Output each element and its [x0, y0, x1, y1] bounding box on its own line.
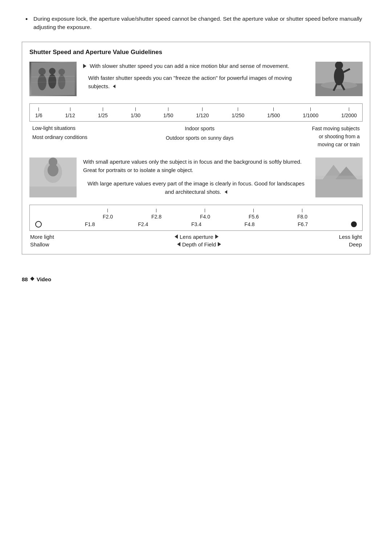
speed-label: 1/120 — [196, 113, 209, 118]
speed-tick-1-30: 1/30 — [131, 107, 140, 118]
shutter-fast-text: With faster shutter speeds you can "free… — [88, 75, 292, 89]
aperture-top-row: F2.0 F2.8 F4.0 F5.6 F8.0 — [35, 209, 357, 220]
speed-label: 1/500 — [267, 113, 280, 118]
more-light-label: More light — [30, 234, 54, 240]
aperture-text: With small aperture values only the subj… — [83, 158, 309, 196]
speed-tick-1-1000: 1/1000 — [303, 107, 318, 118]
tri-left-icon — [113, 85, 115, 88]
f-label: F5.6 — [249, 214, 259, 220]
speed-tick-1-250: 1/250 — [232, 107, 244, 118]
annot-right-col: Fast moving subjectsor shooting from amo… — [312, 124, 360, 149]
lens-aperture-label: Lens aperture — [175, 234, 219, 240]
speed-label: 1/2000 — [341, 113, 357, 118]
f-label: F8.0 — [297, 214, 307, 220]
speed-label: 1/6 — [35, 113, 42, 118]
speed-label: 1/1000 — [303, 113, 318, 118]
speed-tick-1-50: 1/50 — [163, 107, 173, 118]
shutter-fast-image — [315, 62, 363, 96]
speed-tick-1-500: 1/500 — [267, 107, 280, 118]
svg-point-4 — [49, 68, 56, 74]
annot-indoor: Indoor sports — [166, 124, 234, 132]
speed-scale-box: 1/6 1/12 1/25 1/30 1/50 1/120 — [29, 103, 363, 122]
circle-filled-icon — [351, 221, 357, 227]
page-footer: 88 Video — [22, 276, 370, 282]
f-label-4-8: F4.8 — [245, 221, 255, 227]
annot-outdoor: Outdoor sports on sunny days — [166, 134, 234, 142]
f-label: F4.0 — [200, 214, 210, 220]
tri-left-icon-2 — [225, 190, 227, 194]
speed-label: 1/25 — [98, 113, 108, 118]
f-label-6-7: F6.7 — [298, 221, 308, 227]
speed-tick-1-25: 1/25 — [98, 107, 108, 118]
speed-scale-row: 1/6 1/12 1/25 1/30 1/50 1/120 — [35, 107, 357, 118]
tri-left-icon-dof — [177, 242, 180, 246]
aperture-large-image — [315, 158, 363, 197]
light-labels-row: More light Lens aperture Less light — [29, 234, 363, 240]
depth-of-field-label: Depth of Field — [177, 241, 221, 248]
f-tick-8-0: F8.0 — [297, 209, 307, 220]
bullet-text: During exposure lock, the aperture value… — [25, 15, 370, 32]
shutter-text: With slower shutter speed you can add a … — [83, 62, 309, 91]
less-light-label: Less light — [339, 234, 362, 240]
svg-point-13 — [335, 62, 343, 69]
aperture-section: With small aperture values only the subj… — [29, 158, 363, 197]
f-label-1-8: F1.8 — [85, 221, 95, 227]
svg-rect-22 — [29, 187, 77, 197]
annot-left-col: Low-light situations Most ordinary condi… — [32, 124, 87, 149]
annot-center-col: Indoor sports Outdoor sports on sunny da… — [166, 124, 234, 149]
svg-rect-28 — [315, 176, 363, 179]
aperture-large-text: With large aperture values every part of… — [87, 180, 305, 195]
f-label-2-4: F2.4 — [138, 221, 148, 227]
f-tick-4-0: F4.0 — [200, 209, 210, 220]
guidelines-box: Shutter Speed and Aperture Value Guideli… — [22, 42, 370, 254]
annot-most-ordinary: Most ordinary conditions — [32, 134, 87, 141]
circle-open-icon — [35, 221, 42, 228]
speed-tick-1-12: 1/12 — [65, 107, 75, 118]
svg-point-3 — [48, 74, 56, 89]
lens-aperture-text: Lens aperture — [180, 234, 213, 240]
aperture-small-image — [29, 158, 77, 197]
shutter-section: With slower shutter speed you can add a … — [29, 62, 363, 96]
aperture-scale-box: F2.0 F2.8 F4.0 F5.6 F8.0 F1.8 F2. — [29, 205, 363, 231]
diamond-icon — [30, 277, 34, 281]
annot-fast-moving: Fast moving subjectsor shooting from amo… — [312, 126, 360, 148]
svg-point-12 — [334, 67, 344, 85]
shutter-slow-image — [29, 62, 77, 96]
shallow-label: Shallow — [30, 241, 49, 248]
deep-label: Deep — [349, 241, 362, 248]
dof-labels-row: Shallow Depth of Field Deep — [29, 241, 363, 248]
speed-annotations: Low-light situations Most ordinary condi… — [29, 124, 363, 149]
f-label: F2.0 — [103, 214, 113, 220]
tri-right-icon-dof — [218, 242, 221, 246]
aperture-bottom-row: F1.8 F2.4 F3.4 F4.8 F6.7 — [35, 221, 357, 228]
svg-point-2 — [38, 68, 46, 75]
section-label: Video — [37, 276, 52, 282]
svg-point-6 — [58, 69, 65, 75]
f-label: F2.8 — [151, 214, 162, 220]
annot-low-light: Low-light situations — [32, 124, 87, 132]
speed-label: 1/12 — [65, 113, 75, 118]
intro-bullet: During exposure lock, the aperture value… — [22, 15, 370, 32]
f-tick-2-8: F2.8 — [151, 209, 162, 220]
depth-of-field-text: Depth of Field — [182, 241, 216, 248]
tri-right-icon-lens — [215, 234, 219, 239]
speed-label: 1/50 — [163, 113, 173, 118]
speed-label: 1/30 — [131, 113, 140, 118]
f-label-3-4: F3.4 — [191, 221, 201, 227]
tri-left-icon-lens — [175, 234, 178, 239]
speed-tick-1-120: 1/120 — [196, 107, 209, 118]
f-tick-5-6: F5.6 — [249, 209, 259, 220]
svg-rect-24 — [315, 179, 363, 197]
speed-tick-1-6: 1/6 — [35, 107, 42, 118]
svg-point-21 — [49, 158, 57, 166]
speed-label: 1/250 — [232, 113, 244, 118]
f-tick-2-0: F2.0 — [103, 209, 113, 220]
page-number: 88 — [22, 276, 28, 282]
guidelines-title: Shutter Speed and Aperture Value Guideli… — [29, 49, 363, 56]
aperture-small-text: With small aperture values only the subj… — [83, 159, 302, 173]
speed-tick-1-2000: 1/2000 — [341, 107, 357, 118]
shutter-slow-text: With slower shutter speed you can add a … — [90, 63, 289, 69]
bullet-triangle-icon — [83, 64, 86, 68]
